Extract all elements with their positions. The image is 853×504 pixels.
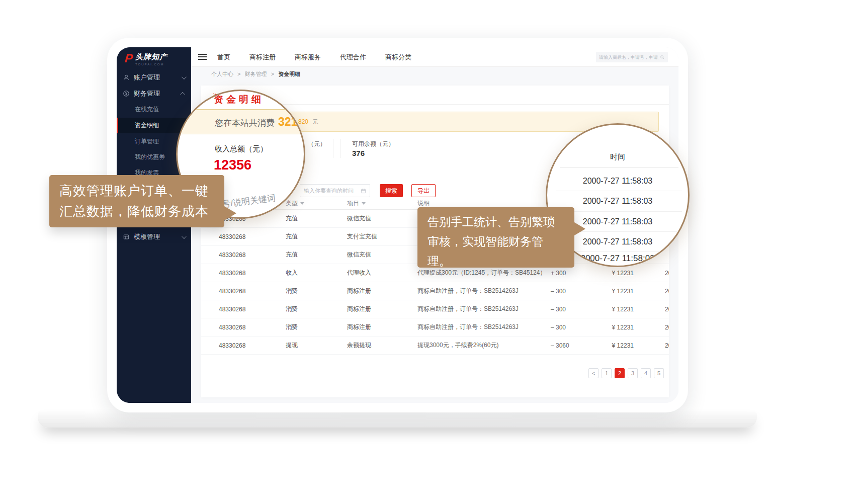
- callout-left-line: 汇总数据，降低财务成本: [59, 201, 214, 222]
- chevron-up-icon: [180, 92, 185, 97]
- callout-left: 高效管理账户订单、一键 汇总数据，降低财务成本: [49, 175, 224, 227]
- sort-chevron-icon: [362, 202, 366, 205]
- laptop-base: [38, 411, 757, 428]
- calendar-icon[interactable]: [361, 188, 366, 194]
- lens-income-label: 收入总额（元）: [215, 144, 268, 154]
- callout-right-line: 理。: [428, 251, 564, 271]
- banner-suffix: 元: [312, 118, 318, 125]
- search-button[interactable]: 搜索: [380, 184, 403, 197]
- nav-item-home[interactable]: 首页: [217, 53, 230, 62]
- pagination-page-4[interactable]: 4: [641, 368, 651, 378]
- breadcrumb-separator: >: [271, 71, 274, 77]
- nav-item-trademark-register[interactable]: 商标注册: [249, 53, 276, 62]
- breadcrumb-finance[interactable]: 财务管理: [245, 71, 267, 77]
- nav-item-trademark-service[interactable]: 商标服务: [295, 53, 321, 62]
- lens-time-header: 时间: [547, 152, 688, 162]
- pagination-page-1[interactable]: 1: [602, 368, 612, 378]
- table-row: 48330268消费 商标注册商标自助注册，订单号：SB2514263J – 3…: [201, 300, 669, 318]
- pagination-page-2-active[interactable]: 2: [615, 368, 625, 378]
- trademark-search-input[interactable]: [599, 55, 658, 60]
- sidebar-item-label: 模板管理: [134, 232, 160, 241]
- lens-banner-band: 您在本站共消费 32124: [176, 109, 305, 134]
- top-navigation: 首页 商标注册 商标服务 代理合作 商标分类: [217, 47, 411, 67]
- lens-banner-prefix: 您在本站共消费: [215, 117, 275, 129]
- breadcrumb: 个人中心 > 财务管理 > 资金明细: [191, 67, 678, 81]
- callout-pointer-icon: [574, 222, 585, 235]
- table-row: 48330268消费 商标注册商标自助注册，订单号：SB2514263J – 3…: [201, 318, 669, 337]
- sidebar-item-finance[interactable]: 财务管理: [117, 87, 191, 101]
- divider: [556, 211, 682, 212]
- callout-right-line: 告别手工统计、告别繁琐: [428, 212, 564, 232]
- lens-tab-text: 资金明细: [214, 93, 264, 106]
- table-row: 48330268提现 余额提现提现3000元，手续费2%(60元) – 3060…: [201, 337, 669, 355]
- date-query-input[interactable]: [304, 188, 358, 194]
- divider: [556, 191, 682, 191]
- lens-time-value: 2000-7-27 11:58:03: [547, 197, 688, 206]
- top-navbar: 首页 商标注册 商标服务 代理合作 商标分类: [191, 47, 678, 67]
- pagination-page-3[interactable]: 3: [628, 368, 638, 378]
- brand-name: 头牌知产: [135, 52, 167, 62]
- template-icon: [123, 233, 130, 240]
- header-type-sort[interactable]: 类型: [286, 199, 347, 208]
- table-row: 48330268消费 商标注册商标自助注册，订单号：SB2514263J – 3…: [201, 282, 669, 300]
- brand-tagline: TOUPAI.COM: [135, 63, 167, 66]
- date-query-box: [300, 184, 370, 197]
- callout-right: 告别手工统计、告别繁琐 审核，实现智能财务管 理。: [417, 207, 574, 268]
- finance-icon: [123, 90, 130, 97]
- hamburger-menu-icon[interactable]: [198, 54, 207, 61]
- available-balance-value: 376: [352, 149, 365, 157]
- chevron-down-icon: [182, 74, 187, 79]
- divider: [340, 139, 341, 158]
- divider: [333, 139, 333, 158]
- lens-income-value: 12356: [214, 157, 251, 173]
- trademark-search-box: [596, 52, 668, 62]
- chevron-down-icon: [182, 234, 187, 239]
- sidebar-item-label: 财务管理: [134, 89, 160, 98]
- banner-amount-tail: 820: [298, 118, 308, 125]
- export-button[interactable]: 导出: [411, 184, 436, 197]
- pagination-prev-button[interactable]: <: [588, 368, 599, 378]
- available-balance-label: 可用余额（元）: [352, 140, 394, 148]
- lens-time-value: 2000-7-27 11:58:03: [547, 177, 688, 186]
- user-icon: [123, 74, 130, 81]
- callout-left-line: 高效管理账户订单、一键: [59, 181, 214, 201]
- brand-logo[interactable]: P 头牌知产 TOUPAI.COM: [125, 52, 167, 66]
- search-icon: [660, 55, 665, 60]
- nav-item-trademark-category[interactable]: 商标分类: [385, 53, 411, 62]
- expense-unit-label: （元）: [308, 140, 326, 148]
- header-project-sort[interactable]: 项目: [347, 199, 417, 208]
- sidebar-item-account[interactable]: 账户管理: [117, 70, 191, 85]
- header-desc: 说明: [417, 199, 551, 208]
- sidebar-item-label: 账户管理: [134, 73, 160, 82]
- sidebar-item-online-recharge[interactable]: 在线充值: [117, 102, 191, 117]
- stage: P 头牌知产 TOUPAI.COM 账户管理 财务管理: [0, 0, 853, 504]
- breadcrumb-separator: >: [237, 71, 240, 77]
- sort-chevron-icon: [300, 202, 304, 205]
- divider: [560, 167, 678, 167]
- sidebar-item-template[interactable]: 模板管理: [117, 230, 191, 244]
- callout-right-line: 审核，实现智能财务管: [428, 232, 564, 251]
- breadcrumb-personal-center[interactable]: 个人中心: [211, 71, 233, 77]
- pagination-page-5[interactable]: 5: [654, 368, 664, 378]
- breadcrumb-current: 资金明细: [278, 71, 300, 77]
- nav-item-agent-cooperation[interactable]: 代理合作: [340, 53, 366, 62]
- pagination: < 1 2 3 4 5: [201, 368, 664, 378]
- brand-logo-icon: P: [124, 52, 134, 64]
- callout-pointer-icon: [224, 206, 236, 220]
